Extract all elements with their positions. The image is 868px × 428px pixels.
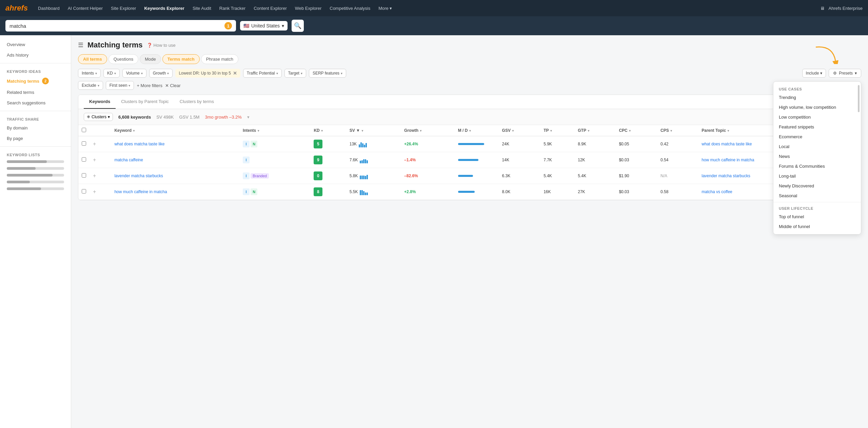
nav-competitive[interactable]: Competitive Analysis — [326, 4, 374, 13]
sub-tab-clusters-terms[interactable]: Clusters by terms — [174, 95, 219, 109]
sidebar-item-related-terms[interactable]: Related terms — [0, 87, 71, 98]
plus-icon[interactable]: + — [93, 189, 96, 195]
parent-topic-link[interactable]: matcha vs coffee — [702, 189, 732, 194]
cps-na: N/A — [660, 174, 667, 178]
include-button[interactable]: Include ▾ — [802, 69, 826, 78]
filter-active-clear-icon[interactable]: ✕ — [233, 70, 237, 76]
nav-content-explorer[interactable]: Content Explorer — [250, 4, 290, 13]
tab-all-terms[interactable]: All terms — [78, 54, 107, 64]
nav-monitor-icon: 🖥 — [820, 6, 825, 11]
filter-exclude[interactable]: Exclude ▾ — [78, 81, 103, 90]
dropdown-seasonal[interactable]: Seasonal — [773, 191, 861, 201]
filter-target-label: Target — [288, 71, 299, 76]
col-gsv[interactable]: GSV — [499, 125, 540, 136]
kw-list-item-5[interactable] — [0, 185, 71, 192]
dropdown-newly-discovered[interactable]: Newly Discovered — [773, 181, 861, 191]
nav-dashboard[interactable]: Dashboard — [35, 4, 63, 13]
tab-questions[interactable]: Questions — [108, 54, 139, 64]
dropdown-featured-snippets[interactable]: Featured snippets — [773, 122, 861, 132]
growth-chevron-icon: ▾ — [167, 72, 169, 75]
nav-rank-tracker[interactable]: Rank Tracker — [216, 4, 249, 13]
nav-site-explorer[interactable]: Site Explorer — [107, 4, 139, 13]
filter-first-seen[interactable]: First seen ▾ — [106, 81, 134, 90]
select-all-checkbox[interactable] — [82, 128, 86, 132]
clusters-button[interactable]: ⁜ Clusters ▾ — [84, 113, 113, 121]
clear-button[interactable]: ✕ Clear — [165, 83, 181, 88]
presets-button[interactable]: ⚙ Presets ▾ — [829, 69, 861, 78]
main-layout: Overview Ads history Keyword ideas Match… — [0, 35, 868, 428]
plus-icon[interactable]: + — [93, 173, 96, 179]
filter-volume[interactable]: Volume ▾ — [122, 69, 146, 78]
sub-tab-keywords[interactable]: Keywords — [84, 95, 116, 109]
sidebar-item-overview[interactable]: Overview — [0, 39, 71, 50]
dropdown-ecommerce[interactable]: Ecommerce — [773, 132, 861, 142]
row-checkbox[interactable] — [82, 189, 86, 193]
keyword-link[interactable]: how much caffeine in matcha — [114, 189, 167, 194]
keyword-link[interactable]: matcha caffeine — [114, 158, 143, 162]
dropdown-middle-funnel[interactable]: Middle of funnel — [773, 222, 861, 231]
sidebar-item-search-suggestions[interactable]: Search suggestions — [0, 98, 71, 108]
filter-growth[interactable]: Growth ▾ — [149, 69, 173, 78]
filter-traffic-potential[interactable]: Traffic Potential ▾ — [243, 69, 282, 78]
growth-info-icon[interactable]: ▾ — [247, 115, 250, 120]
sidebar-item-by-page[interactable]: By page — [0, 133, 71, 144]
parent-topic-link[interactable]: lavender matcha starbucks — [702, 174, 750, 178]
col-tp[interactable]: TP — [540, 125, 574, 136]
keyword-link[interactable]: lavender matcha starbucks — [114, 174, 163, 178]
kw-list-item-4[interactable] — [0, 179, 71, 185]
tab-mode[interactable]: Mode — [140, 54, 161, 64]
col-kd[interactable]: KD — [310, 125, 346, 136]
hamburger-icon[interactable]: ☰ — [78, 41, 83, 49]
tab-phrase-match[interactable]: Phrase match — [201, 54, 238, 64]
dropdown-trending[interactable]: Trending — [773, 93, 861, 102]
sidebar-item-by-domain[interactable]: By domain — [0, 123, 71, 133]
filter-active-dr[interactable]: Lowest DR: Up to 30 in top 5 ✕ — [175, 69, 240, 78]
parent-topic-link[interactable]: what does matcha taste like — [702, 142, 752, 146]
kw-list-item-1[interactable] — [0, 158, 71, 165]
kw-list-item-3[interactable] — [0, 172, 71, 179]
plus-icon[interactable]: + — [93, 141, 96, 147]
how-to-use-link[interactable]: ❓ How to use — [147, 43, 176, 48]
col-sv[interactable]: SV ▼ — [346, 125, 401, 136]
dropdown-high-volume[interactable]: High volume, low competition — [773, 102, 861, 112]
col-growth[interactable]: Growth — [401, 125, 455, 136]
keyword-link[interactable]: what does matcha taste like — [114, 142, 164, 146]
plus-icon[interactable]: + — [93, 157, 96, 163]
sub-tab-clusters-parent[interactable]: Clusters by Parent Topic — [116, 95, 174, 109]
nav-site-audit[interactable]: Site Audit — [189, 4, 215, 13]
dropdown-low-competition[interactable]: Low competition — [773, 112, 861, 122]
nav-web-explorer[interactable]: Web Explorer — [292, 4, 325, 13]
col-md[interactable]: M / D — [455, 125, 499, 136]
search-button[interactable]: 🔍 — [292, 20, 304, 32]
tab-terms-match[interactable]: Terms match — [162, 54, 200, 64]
row-checkbox[interactable] — [82, 157, 86, 162]
sidebar-item-ads-history[interactable]: Ads history — [0, 50, 71, 60]
sidebar-item-matching-terms[interactable]: Matching terms 2 — [0, 75, 71, 87]
kw-list-item-2[interactable] — [0, 165, 71, 172]
filter-serp-features[interactable]: SERP features ▾ — [309, 69, 346, 78]
nav-account[interactable]: Ahrefs Enterprise — [829, 6, 863, 11]
logo[interactable]: ahrefs — [5, 4, 28, 13]
dropdown-top-funnel[interactable]: Top of funnel — [773, 212, 861, 222]
country-selector[interactable]: 🇺🇸 United States ▾ — [240, 21, 288, 30]
filter-kd[interactable]: KD ▾ — [103, 69, 120, 78]
nav-keywords-explorer[interactable]: Keywords Explorer — [141, 4, 188, 13]
col-cpc[interactable]: CPC — [615, 125, 657, 136]
dropdown-news[interactable]: News — [773, 151, 861, 161]
nav-ai-content[interactable]: AI Content Helper — [64, 4, 106, 13]
search-input[interactable] — [9, 23, 222, 29]
nav-more[interactable]: More ▾ — [375, 4, 395, 13]
row-checkbox[interactable] — [82, 141, 86, 146]
filter-intents[interactable]: Intents ▾ — [78, 69, 101, 78]
col-keyword[interactable]: Keyword — [111, 125, 239, 136]
filter-target[interactable]: Target ▾ — [284, 69, 306, 78]
parent-topic-link[interactable]: how much caffeine in matcha — [702, 158, 754, 162]
col-cps[interactable]: CPS — [657, 125, 698, 136]
dropdown-local[interactable]: Local — [773, 142, 861, 151]
more-filters-button[interactable]: + More filters — [137, 83, 162, 88]
dropdown-long-tail[interactable]: Long-tail — [773, 171, 861, 181]
col-intents[interactable]: Intents — [239, 125, 310, 136]
row-checkbox[interactable] — [82, 173, 86, 178]
dropdown-forums[interactable]: Forums & Communities — [773, 161, 861, 171]
col-gtp[interactable]: GTP — [574, 125, 615, 136]
